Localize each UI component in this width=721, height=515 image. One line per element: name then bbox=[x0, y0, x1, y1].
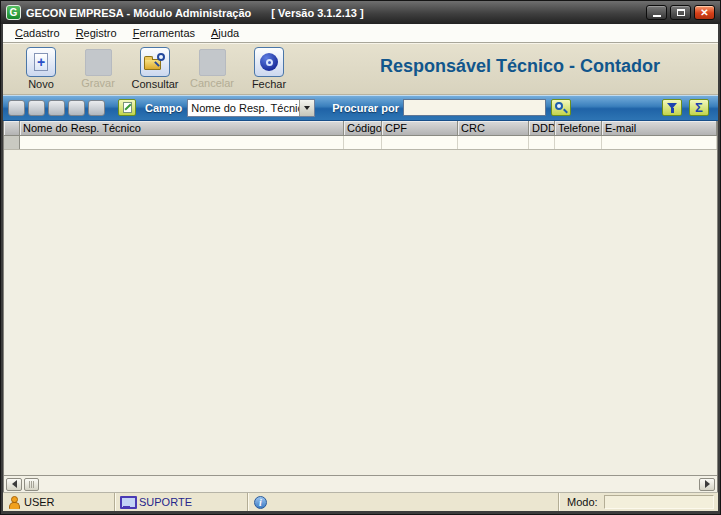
status-info-section: i bbox=[247, 493, 558, 511]
header-row-selector bbox=[4, 121, 20, 135]
maximize-icon bbox=[677, 9, 685, 16]
scroll-left-icon bbox=[12, 480, 17, 488]
filter-icon bbox=[667, 103, 677, 113]
menu-bar: Cadastro Registro Ferramentas Ajuda bbox=[3, 24, 718, 43]
novo-button-face: + bbox=[26, 47, 56, 77]
magnifier-icon bbox=[157, 53, 165, 61]
filter-button[interactable] bbox=[662, 99, 682, 116]
power-circle-icon bbox=[260, 53, 278, 71]
cell-codigo[interactable] bbox=[344, 136, 382, 149]
menu-cadastro[interactable]: Cadastro bbox=[7, 25, 68, 41]
grid-empty-area bbox=[4, 150, 717, 475]
modo-label: Modo: bbox=[567, 496, 598, 508]
header-codigo[interactable]: Código bbox=[344, 121, 382, 135]
user-icon bbox=[8, 496, 19, 509]
consultar-button[interactable]: Consultar bbox=[129, 47, 181, 90]
maximize-button[interactable] bbox=[670, 5, 691, 20]
chevron-down-icon bbox=[304, 106, 310, 113]
monitor-icon bbox=[120, 496, 134, 508]
menu-ferramentas-label: erramentas bbox=[139, 27, 195, 39]
header-cpf[interactable]: CPF bbox=[382, 121, 458, 135]
menu-cadastro-label: adastro bbox=[23, 27, 60, 39]
record-nav-button-1 bbox=[8, 100, 25, 116]
sum-button[interactable]: Σ bbox=[689, 99, 709, 116]
fechar-button-face bbox=[254, 47, 284, 77]
window-title-version: [ Versão 3.1.2.13 ] bbox=[271, 7, 363, 19]
sum-icon: Σ bbox=[695, 101, 703, 114]
plus-glyph: + bbox=[37, 57, 45, 67]
minimize-button[interactable] bbox=[646, 5, 667, 20]
folder-magnifier-icon bbox=[144, 53, 166, 71]
consultar-button-label: Consultar bbox=[131, 78, 178, 90]
title-bar[interactable]: G GECON EMPRESA - Módulo Administração [… bbox=[1, 1, 720, 24]
record-nav-button-2 bbox=[28, 100, 45, 116]
modo-value-panel bbox=[604, 495, 714, 509]
scrollbar-thumb[interactable] bbox=[24, 478, 39, 491]
cell-telefone[interactable] bbox=[555, 136, 602, 149]
cancelar-button: Cancelar bbox=[186, 49, 238, 89]
minimize-icon bbox=[653, 15, 661, 17]
table-row[interactable] bbox=[4, 136, 717, 150]
menu-registro-mnemonic: R bbox=[76, 27, 84, 39]
cancel-icon bbox=[199, 49, 226, 76]
novo-button-label: Novo bbox=[28, 78, 54, 90]
status-user-section: USER bbox=[3, 493, 114, 511]
search-input[interactable] bbox=[403, 99, 546, 116]
status-suporte-section: SUPORTE bbox=[114, 493, 247, 511]
horizontal-scrollbar[interactable] bbox=[4, 475, 717, 492]
menu-registro[interactable]: Registro bbox=[68, 25, 125, 41]
scroll-right-button[interactable] bbox=[699, 478, 715, 491]
cell-cpf[interactable] bbox=[382, 136, 458, 149]
fechar-button-label: Fechar bbox=[252, 78, 286, 90]
record-nav-button-3 bbox=[48, 100, 65, 116]
header-email[interactable]: E-mail bbox=[602, 121, 717, 135]
row-selector-cell[interactable] bbox=[4, 136, 20, 149]
thumb-grip-icon bbox=[31, 481, 32, 488]
header-nome[interactable]: Nome do Resp. Técnico bbox=[20, 121, 344, 135]
menu-ajuda-label: juda bbox=[218, 27, 239, 39]
menu-ferramentas[interactable]: Ferramentas bbox=[125, 25, 203, 41]
novo-button[interactable]: + Novo bbox=[15, 47, 67, 90]
info-icon[interactable]: i bbox=[254, 496, 267, 509]
edit-icon bbox=[123, 102, 132, 113]
field-select-value: Nome do Resp. Técnico bbox=[188, 102, 299, 114]
grid-header-row: Nome do Resp. Técnico Código CPF CRC DDD… bbox=[4, 121, 717, 136]
header-crc[interactable]: CRC bbox=[458, 121, 529, 135]
page-title: Responsável Técnico - Contador bbox=[380, 56, 660, 77]
cell-crc[interactable] bbox=[458, 136, 529, 149]
suporte-label: SUPORTE bbox=[139, 496, 192, 508]
menu-cadastro-mnemonic: C bbox=[15, 27, 23, 39]
filter-bar: Campo Nome do Resp. Técnico Procurar por bbox=[3, 95, 718, 121]
grid-area: Nome do Resp. Técnico Código CPF CRC DDD… bbox=[3, 121, 718, 492]
funnel-stem bbox=[671, 108, 674, 113]
search-button[interactable] bbox=[551, 99, 571, 116]
app-icon-letter: G bbox=[10, 7, 18, 18]
record-nav-button-4 bbox=[68, 100, 85, 116]
save-icon bbox=[85, 49, 112, 76]
cell-email[interactable] bbox=[602, 136, 717, 149]
power-ring-icon bbox=[266, 59, 273, 66]
close-button[interactable]: ✕ bbox=[694, 5, 715, 20]
fechar-button[interactable]: Fechar bbox=[243, 47, 295, 90]
cell-nome[interactable] bbox=[20, 136, 344, 149]
window-frame: Cadastro Registro Ferramentas Ajuda + No… bbox=[3, 24, 718, 511]
new-document-plus-icon: + bbox=[34, 53, 48, 71]
header-telefone[interactable]: Telefone bbox=[555, 121, 602, 135]
cell-ddd[interactable] bbox=[529, 136, 555, 149]
scrollbar-track[interactable] bbox=[41, 477, 697, 491]
status-bar: USER SUPORTE i Modo: bbox=[3, 492, 718, 511]
window-title-app: GECON EMPRESA - Módulo Administração bbox=[26, 7, 251, 19]
close-icon: ✕ bbox=[700, 8, 708, 18]
menu-ajuda[interactable]: Ajuda bbox=[203, 25, 247, 41]
app-window: G GECON EMPRESA - Módulo Administração [… bbox=[0, 0, 721, 515]
campo-label: Campo bbox=[145, 102, 182, 114]
toolbar: + Novo Gravar Consultar Cancelar bbox=[3, 43, 718, 95]
consultar-button-face bbox=[140, 47, 170, 77]
header-ddd[interactable]: DDD bbox=[529, 121, 555, 135]
scroll-left-button[interactable] bbox=[6, 478, 22, 491]
search-icon bbox=[555, 102, 563, 110]
gravar-button-label: Gravar bbox=[81, 77, 115, 89]
edit-button[interactable] bbox=[118, 99, 136, 116]
field-select-arrow-button[interactable] bbox=[299, 100, 314, 116]
field-select[interactable]: Nome do Resp. Técnico bbox=[187, 99, 315, 117]
